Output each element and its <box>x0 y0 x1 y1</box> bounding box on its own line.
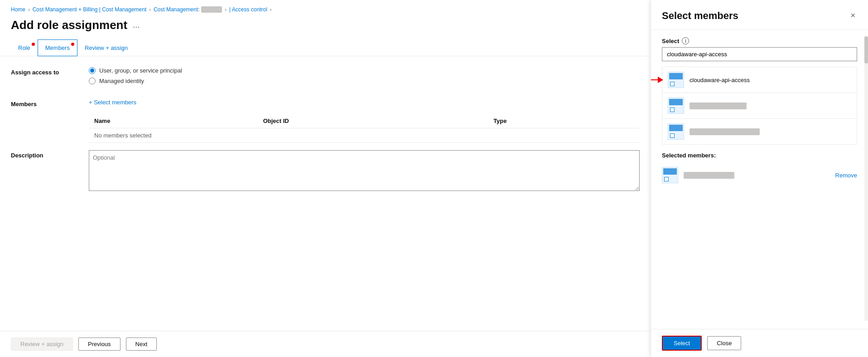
panel-search-label: Select i <box>662 37 857 44</box>
breadcrumb-sep-1: › <box>28 7 30 12</box>
result-avatar-3 <box>668 123 684 140</box>
bottom-bar: Review + assign Previous Next <box>0 331 651 357</box>
result-item-2[interactable] <box>662 93 857 119</box>
result-name-3 <box>690 128 760 135</box>
more-options-icon[interactable]: ... <box>133 20 140 30</box>
tab-members-dot <box>71 43 74 46</box>
tab-role-dot <box>32 43 35 46</box>
description-textarea[interactable] <box>89 150 640 191</box>
select-members-link[interactable]: + Select members <box>89 99 640 106</box>
assign-access-control: User, group, or service principal Manage… <box>89 67 640 88</box>
breadcrumb-cost-mgmt[interactable]: Cost Management + Billing | Cost Managem… <box>33 6 147 13</box>
tab-review-assign[interactable]: Review + assign <box>77 40 135 56</box>
panel-body: Select i cloudaware-api-access <box>651 30 868 329</box>
panel-close-button[interactable]: × <box>849 9 857 22</box>
radio-managed-identity[interactable]: Managed identity <box>89 78 640 84</box>
page-title: Add role assignment <box>11 18 127 32</box>
panel-footer: Select Close <box>651 329 868 357</box>
form-area: Assign access to User, group, or service… <box>0 56 651 331</box>
selected-member-1: Remove <box>662 163 857 187</box>
tabs-bar: Role Members Review + assign <box>0 39 651 56</box>
selected-member-avatar-1 <box>662 167 678 183</box>
selected-members-label: Selected members: <box>662 152 857 159</box>
empty-message: No members selected <box>89 128 640 143</box>
scrollbar[interactable] <box>864 36 868 321</box>
selected-member-name-1 <box>684 172 734 179</box>
result-avatar-2 <box>668 98 684 114</box>
previous-button[interactable]: Previous <box>78 337 121 351</box>
breadcrumb-sep-3: › <box>225 7 227 12</box>
review-assign-button[interactable]: Review + assign <box>11 337 73 351</box>
results-list: cloudaware-api-access <box>662 67 857 145</box>
panel-select-button[interactable]: Select <box>662 336 702 351</box>
breadcrumb-sep-4: › <box>270 7 272 12</box>
select-members-panel: Select members × Select i cloudaware-api… <box>651 0 868 357</box>
selected-members-section: Selected members: Remove <box>662 152 857 187</box>
result-item-1[interactable]: cloudaware-api-access <box>662 67 857 93</box>
scrollbar-thumb <box>864 36 868 64</box>
breadcrumb-home[interactable]: Home <box>11 6 25 13</box>
description-label: Description <box>11 150 74 159</box>
breadcrumb: Home › Cost Management + Billing | Cost … <box>0 0 651 16</box>
remove-link-1[interactable]: Remove <box>835 172 857 179</box>
panel-header: Select members × <box>651 0 868 30</box>
tab-role[interactable]: Role <box>11 40 38 56</box>
panel-title: Select members <box>662 10 738 22</box>
assign-access-label: Assign access to <box>11 67 74 76</box>
col-name: Name <box>89 114 258 128</box>
tab-members[interactable]: Members <box>38 39 77 56</box>
breadcrumb-sep-2: › <box>149 7 151 12</box>
breadcrumb-cost-mgmt-detail[interactable]: Cost Management: <box>154 6 222 13</box>
members-control: + Select members <box>89 99 640 106</box>
members-row: Members + Select members <box>11 99 640 108</box>
members-table-container: Name Object ID Type No members selected <box>89 114 640 143</box>
assign-access-row: Assign access to User, group, or service… <box>11 67 640 88</box>
result-name-2 <box>690 103 747 109</box>
radio-user-group[interactable]: User, group, or service principal <box>89 67 640 74</box>
result-name-1: cloudaware-api-access <box>690 77 750 83</box>
breadcrumb-access-control[interactable]: | Access control <box>229 6 267 13</box>
radio-managed-identity-input[interactable] <box>89 78 96 84</box>
main-content: Home › Cost Management + Billing | Cost … <box>0 0 651 357</box>
radio-user-group-input[interactable] <box>89 67 96 74</box>
table-row-empty: No members selected <box>89 128 640 143</box>
page-header: Add role assignment ... <box>0 16 651 39</box>
result-avatar-1 <box>668 72 684 88</box>
breadcrumb-blurred-1 <box>201 6 222 13</box>
col-type: Type <box>488 114 640 128</box>
col-object-id: Object ID <box>258 114 488 128</box>
next-button[interactable]: Next <box>126 337 157 351</box>
panel-close-footer-button[interactable]: Close <box>707 336 741 350</box>
members-label: Members <box>11 99 74 108</box>
result-item-3[interactable] <box>662 119 857 144</box>
info-icon[interactable]: i <box>682 37 689 44</box>
members-table: Name Object ID Type No members selected <box>89 114 640 143</box>
description-area: Description <box>11 150 640 191</box>
red-arrow-indicator <box>651 77 663 83</box>
search-input[interactable] <box>662 47 857 61</box>
